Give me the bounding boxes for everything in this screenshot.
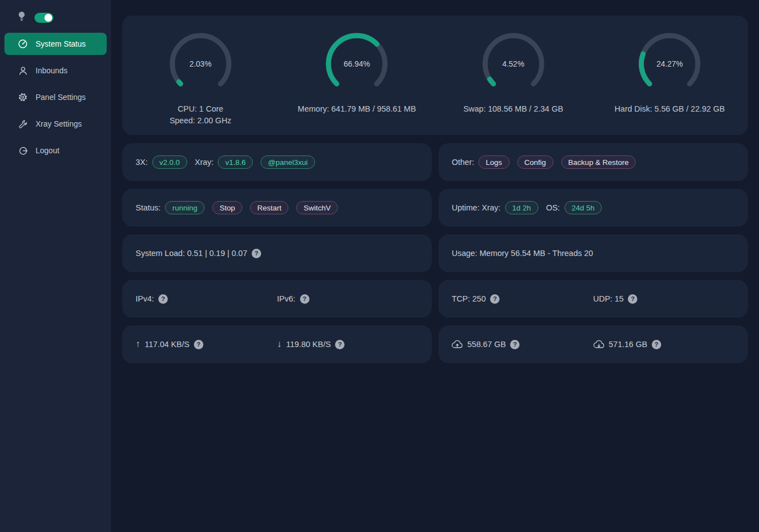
total-download-block: 571.16 GB ? <box>593 340 735 349</box>
uptime-card: Uptime: Xray: 1d 2h OS: 24d 5h <box>438 189 748 227</box>
ipv4-block: IPv4: ? <box>136 294 277 304</box>
total-upload-text: 558.67 GB <box>467 340 506 349</box>
upload-speed-block: ↑ 117.04 KB/S ? <box>136 339 277 350</box>
user-icon <box>18 66 28 76</box>
restart-button[interactable]: Restart <box>250 201 289 214</box>
logout-icon <box>18 145 28 155</box>
ipv4-label: IPv4: <box>136 294 154 303</box>
sidebar-item-xray-settings[interactable]: Xray Settings <box>4 113 107 135</box>
uptime-label: Uptime: Xray: <box>452 203 501 212</box>
udp-block: UDP: 15 ? <box>593 294 735 304</box>
theme-toggle-knob <box>44 14 52 22</box>
sidebar-item-label: System Status <box>36 39 86 48</box>
help-icon[interactable]: ? <box>510 340 520 349</box>
sidebar-nav: System Status Inbounds Panel Settings <box>0 33 111 162</box>
sidebar-item-system-status[interactable]: System Status <box>4 33 107 55</box>
other-label: Other: <box>452 158 474 167</box>
upload-speed-text: 117.04 KB/S <box>145 340 189 349</box>
arrow-down-icon: ↓ <box>277 339 282 350</box>
version-xray-badge[interactable]: v1.8.6 <box>218 155 253 169</box>
usage-text: Usage: Memory 56.54 MB - Threads 20 <box>452 249 593 258</box>
help-icon[interactable]: ? <box>490 294 500 304</box>
sidebar-item-label: Xray Settings <box>36 119 82 128</box>
download-speed-text: 119.80 KB/S <box>286 340 331 349</box>
status-running-badge: running <box>165 201 204 214</box>
config-button[interactable]: Config <box>517 155 553 169</box>
ip-card: IPv4: ? IPv6: ? <box>122 280 432 318</box>
gauge-label: CPU: 1 Core Speed: 2.00 GHz <box>169 103 231 127</box>
ipv6-block: IPv6: ? <box>277 294 419 304</box>
cloud-upload-icon <box>452 340 463 349</box>
usage-card: Usage: Memory 56.54 MB - Threads 20 <box>438 234 748 272</box>
help-icon[interactable]: ? <box>628 294 637 304</box>
ipv6-label: IPv6: <box>277 294 296 303</box>
sidebar-item-inbounds[interactable]: Inbounds <box>4 59 107 82</box>
gauge-label: Hard Disk: 5.56 GB / 22.92 GB <box>615 103 725 115</box>
help-icon[interactable]: ? <box>194 340 203 349</box>
help-icon[interactable]: ? <box>652 340 661 349</box>
gauge-label: Memory: 641.79 MB / 958.61 MB <box>298 103 416 115</box>
speed-card: ↑ 117.04 KB/S ? ↓ 119.80 KB/S ? <box>122 325 432 363</box>
system-load-text: System Load: 0.51 | 0.19 | 0.07 <box>136 249 247 258</box>
gauge-memory: 66.94% Memory: 641.79 MB / 958.61 MB <box>279 30 436 115</box>
sidebar-item-panel-settings[interactable]: Panel Settings <box>4 86 107 108</box>
os-label: OS: <box>546 203 560 212</box>
udp-text: UDP: 15 <box>593 294 624 303</box>
help-icon[interactable]: ? <box>252 249 261 258</box>
status-card: Status: running Stop Restart SwitchV <box>122 189 432 227</box>
gauge-label: Swap: 108.56 MB / 2.34 GB <box>463 103 563 115</box>
gear-icon <box>18 92 28 102</box>
gauges-card: 2.03% CPU: 1 Core Speed: 2.00 GHz 66.94%… <box>122 16 748 135</box>
version-3x-label: 3X: <box>136 158 148 167</box>
info-grid: 3X: v2.0.0 Xray: v1.8.6 @panel3xui Other… <box>122 143 748 363</box>
telegram-badge[interactable]: @panel3xui <box>261 155 315 169</box>
help-icon[interactable]: ? <box>335 340 344 349</box>
sidebar-item-label: Panel Settings <box>36 93 86 102</box>
cloud-download-icon <box>593 340 605 349</box>
theme-toggle[interactable] <box>34 13 53 23</box>
logs-button[interactable]: Logs <box>478 155 509 169</box>
tcp-block: TCP: 250 ? <box>452 294 593 304</box>
gauge-percent: 66.94% <box>323 30 391 98</box>
load-card: System Load: 0.51 | 0.19 | 0.07 ? <box>122 234 432 272</box>
help-icon[interactable]: ? <box>158 294 168 304</box>
gauge-cpu: 2.03% CPU: 1 Core Speed: 2.00 GHz <box>122 30 279 127</box>
bulb-icon <box>18 11 26 24</box>
version-3x-badge[interactable]: v2.0.0 <box>152 155 187 169</box>
total-card: 558.67 GB ? 571.16 GB ? <box>438 325 748 363</box>
version-xray-label: Xray: <box>195 158 214 167</box>
main-content: 2.03% CPU: 1 Core Speed: 2.00 GHz 66.94%… <box>111 0 759 532</box>
sidebar-item-logout[interactable]: Logout <box>4 139 107 162</box>
gauge-percent: 24.27% <box>636 30 703 98</box>
version-card: 3X: v2.0.0 Xray: v1.8.6 @panel3xui <box>122 143 432 181</box>
other-card: Other: Logs Config Backup & Restore <box>438 143 748 181</box>
wrench-icon <box>18 119 28 129</box>
tcp-text: TCP: 250 <box>452 294 486 303</box>
sidebar-item-label: Inbounds <box>36 66 68 75</box>
sidebar: System Status Inbounds Panel Settings <box>0 0 111 532</box>
sidebar-item-label: Logout <box>36 146 59 155</box>
switchv-button[interactable]: SwitchV <box>296 201 338 214</box>
uptime-xray-badge: 1d 2h <box>505 201 538 214</box>
total-download-text: 571.16 GB <box>609 340 647 349</box>
status-label: Status: <box>136 203 161 212</box>
uptime-os-badge: 24d 5h <box>565 201 602 214</box>
download-speed-block: ↓ 119.80 KB/S ? <box>277 339 419 350</box>
gauge-hard-disk: 24.27% Hard Disk: 5.56 GB / 22.92 GB <box>592 30 748 115</box>
backup-restore-button[interactable]: Backup & Restore <box>561 155 636 169</box>
gauge-percent: 2.03% <box>167 30 234 98</box>
theme-row <box>0 9 111 33</box>
arrow-up-icon: ↑ <box>136 339 141 350</box>
total-upload-block: 558.67 GB ? <box>452 340 593 349</box>
dashboard-icon <box>18 39 28 49</box>
gauge-percent: 4.52% <box>480 30 547 98</box>
conn-card: TCP: 250 ? UDP: 15 ? <box>438 280 748 318</box>
stop-button[interactable]: Stop <box>212 201 242 214</box>
help-icon[interactable]: ? <box>300 294 309 304</box>
gauge-swap: 4.52% Swap: 108.56 MB / 2.34 GB <box>435 30 592 115</box>
